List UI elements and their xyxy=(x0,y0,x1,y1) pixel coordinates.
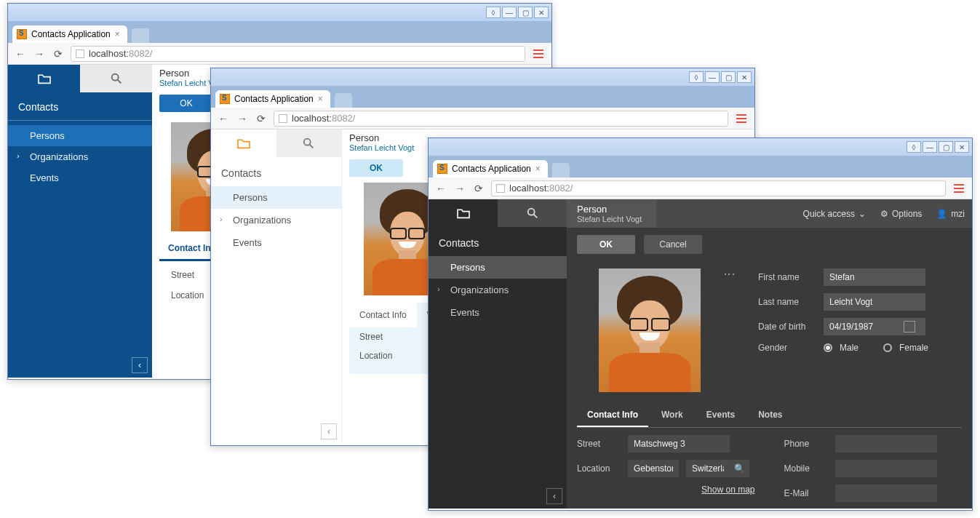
svg-point-4 xyxy=(527,209,534,215)
country-field[interactable] xyxy=(686,460,730,477)
search-view-button[interactable] xyxy=(80,65,152,92)
window-maximize-button[interactable]: ▢ xyxy=(721,71,736,83)
window-minimize-button[interactable]: — xyxy=(502,7,517,18)
more-menu-icon[interactable]: ⋮ xyxy=(722,268,736,392)
chevron-right-icon: › xyxy=(220,215,223,223)
tab-contact-info[interactable]: Contact Info xyxy=(349,303,417,327)
new-tab-button[interactable] xyxy=(335,93,352,108)
forward-icon[interactable]: → xyxy=(236,112,249,125)
close-tab-icon[interactable]: × xyxy=(318,94,323,104)
mobile-field[interactable] xyxy=(835,460,937,477)
sidebar-item-events[interactable]: Events xyxy=(429,301,567,324)
sidebar-item-persons[interactable]: Persons xyxy=(429,256,567,279)
window-maximize-button[interactable]: ▢ xyxy=(939,141,953,153)
window-dark-theme: ◊ — ▢ ✕ Contacts Application × ← → ⟳ loc… xyxy=(428,138,973,511)
new-tab-button[interactable] xyxy=(132,28,149,43)
chevron-right-icon: › xyxy=(17,151,20,160)
sidebar-item-organizations[interactable]: ›Organizations xyxy=(8,146,152,167)
person-form: First name Last name Date of birth xyxy=(758,268,962,392)
collapse-sidebar-button[interactable]: ‹ xyxy=(132,357,148,373)
chevron-right-icon: › xyxy=(437,284,440,293)
sidebar-item-persons[interactable]: Persons xyxy=(8,125,152,146)
window-maximize-button[interactable]: ▢ xyxy=(518,7,533,18)
window-user-icon[interactable]: ◊ xyxy=(486,7,501,18)
first-name-field[interactable] xyxy=(824,268,925,286)
browser-tab-title: Contacts Application xyxy=(452,164,531,174)
country-lookup[interactable]: 🔍 xyxy=(686,460,749,477)
back-icon[interactable]: ← xyxy=(434,182,447,195)
window-close-button[interactable]: ✕ xyxy=(534,7,549,18)
sidebar-item-persons[interactable]: Persons xyxy=(211,186,341,209)
outline-view-button[interactable] xyxy=(8,65,80,92)
tab-work[interactable]: Work xyxy=(651,404,693,427)
user-menu[interactable]: 👤mzi xyxy=(929,209,972,219)
window-close-button[interactable]: ✕ xyxy=(737,71,752,83)
window-user-icon[interactable]: ◊ xyxy=(689,71,704,83)
ok-button[interactable]: OK xyxy=(159,95,213,112)
sidebar-heading: Contacts xyxy=(211,157,341,186)
phone-field[interactable] xyxy=(835,435,937,453)
search-icon[interactable]: 🔍 xyxy=(730,463,749,474)
url-host: localhost: xyxy=(292,113,332,124)
back-icon[interactable]: ← xyxy=(14,47,27,60)
browser-tab[interactable]: Contacts Application × xyxy=(433,160,548,178)
window-minimize-button[interactable]: — xyxy=(923,141,937,153)
browser-menu-icon[interactable] xyxy=(531,47,546,61)
sidebar-item-events[interactable]: Events xyxy=(8,167,152,188)
email-field[interactable] xyxy=(835,485,937,502)
reload-icon[interactable]: ⟳ xyxy=(255,112,268,125)
tab-notes[interactable]: Notes xyxy=(748,404,792,427)
last-name-field[interactable] xyxy=(824,293,925,311)
new-tab-button[interactable] xyxy=(552,163,570,178)
url-input[interactable]: localhost:8082/ xyxy=(491,180,946,196)
gender-male-radio[interactable] xyxy=(824,343,832,352)
cancel-button[interactable]: Cancel xyxy=(644,235,702,254)
collapse-sidebar-button[interactable]: ‹ xyxy=(321,423,337,439)
person-photo xyxy=(599,268,701,392)
reload-icon[interactable]: ⟳ xyxy=(52,47,65,60)
calendar-icon[interactable] xyxy=(904,321,915,332)
window-minimize-button[interactable]: — xyxy=(705,71,720,83)
window-close-button[interactable]: ✕ xyxy=(955,141,969,153)
browser-menu-icon[interactable] xyxy=(734,111,749,126)
url-input[interactable]: localhost:8082/ xyxy=(274,111,728,127)
forward-icon[interactable]: → xyxy=(33,47,46,60)
gender-female-radio[interactable] xyxy=(883,343,892,352)
outline-view-button[interactable] xyxy=(211,130,276,157)
browser-address-bar: ← → ⟳ localhost:8082/ xyxy=(8,43,551,65)
url-input[interactable]: localhost:8082/ xyxy=(71,46,525,62)
close-tab-icon[interactable]: × xyxy=(115,29,120,39)
show-on-map-link[interactable]: Show on map xyxy=(701,485,754,495)
ok-button[interactable]: OK xyxy=(349,159,403,177)
search-view-button[interactable] xyxy=(498,199,567,227)
search-view-button[interactable] xyxy=(276,130,342,157)
window-user-icon[interactable]: ◊ xyxy=(907,141,921,153)
page-title: Person xyxy=(577,204,642,215)
dob-field[interactable] xyxy=(824,318,925,335)
city-field[interactable] xyxy=(628,460,679,477)
svg-line-5 xyxy=(533,215,537,218)
page-subtitle: Stefan Leicht Vogt xyxy=(577,215,642,223)
collapse-sidebar-button[interactable]: ‹ xyxy=(546,488,562,504)
options-menu[interactable]: ⚙Options xyxy=(873,209,929,219)
reload-icon[interactable]: ⟳ xyxy=(472,182,485,195)
sidebar-item-organizations[interactable]: ›Organizations xyxy=(429,279,567,301)
tab-contact-info[interactable]: Contact Info xyxy=(577,404,648,427)
sidebar-item-events[interactable]: Events xyxy=(211,231,341,254)
browser-tab[interactable]: Contacts Application × xyxy=(12,25,127,43)
forward-icon[interactable]: → xyxy=(453,182,466,195)
quick-access-menu[interactable]: Quick access⌄ xyxy=(796,209,873,219)
browser-address-bar: ← → ⟳ localhost:8082/ xyxy=(211,108,754,130)
tab-events[interactable]: Events xyxy=(696,404,745,427)
outline-view-button[interactable] xyxy=(429,199,498,227)
ok-button[interactable]: OK xyxy=(577,235,635,254)
browser-tab[interactable]: Contacts Application × xyxy=(215,90,330,108)
sidebar-item-organizations[interactable]: ›Organizations xyxy=(211,209,341,231)
back-icon[interactable]: ← xyxy=(217,112,230,125)
street-field[interactable] xyxy=(628,435,730,453)
last-name-label: Last name xyxy=(758,297,816,307)
page-subtitle: Stefan Leicht Vogt xyxy=(349,143,414,152)
close-tab-icon[interactable]: × xyxy=(535,164,541,174)
browser-tab-title: Contacts Application xyxy=(31,29,111,39)
browser-menu-icon[interactable] xyxy=(952,181,966,196)
